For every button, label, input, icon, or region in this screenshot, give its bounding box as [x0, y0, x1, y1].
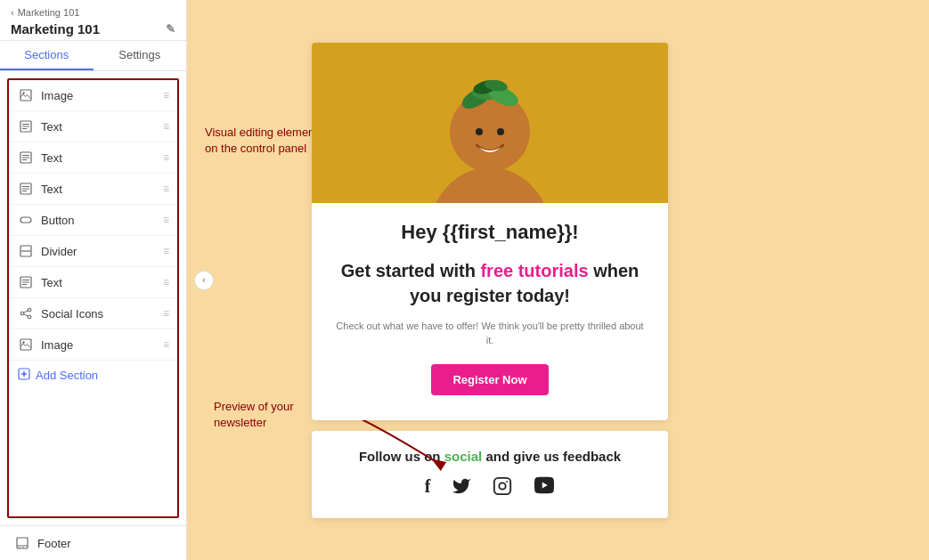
list-item[interactable]: Image ≡ [9, 329, 177, 361]
text-icon [18, 274, 34, 290]
svg-rect-14 [20, 217, 31, 223]
sidebar-header: ‹ Marketing 101 Marketing 101 ✎ [0, 0, 186, 41]
drag-handle-icon[interactable]: ≡ [163, 338, 168, 351]
svg-rect-31 [17, 538, 28, 548]
section-label: Text [41, 276, 156, 289]
follow-after: and give us feedback [482, 449, 621, 464]
sidebar-tabs: Sections Settings [0, 41, 186, 71]
section-label: Image [41, 338, 156, 352]
section-label: Divider [41, 245, 156, 258]
svg-point-21 [28, 308, 31, 312]
drag-handle-icon[interactable]: ≡ [163, 120, 168, 133]
main-area: ‹ Visual editing elements on the control… [187, 0, 929, 560]
tab-settings[interactable]: Settings [94, 41, 187, 70]
list-item[interactable]: Image ≡ [9, 80, 177, 111]
section-label: Social Icons [41, 307, 156, 321]
annotation-text-1: Visual editing elements on the control p… [205, 126, 323, 155]
section-label: Image [41, 89, 156, 102]
instagram-icon[interactable] [493, 476, 512, 500]
list-item[interactable]: Text ≡ [9, 142, 177, 174]
annotation-text-2: Preview of your newsletter [214, 400, 294, 429]
svg-point-48 [506, 481, 508, 483]
add-section-icon [18, 368, 30, 383]
svg-point-38 [450, 92, 530, 172]
drag-handle-icon[interactable]: ≡ [163, 276, 168, 288]
social-icons-row: f [333, 476, 647, 500]
promo-highlight: free tutorials [480, 261, 588, 280]
add-section-button[interactable]: Add Section [9, 361, 177, 390]
svg-line-24 [24, 311, 29, 312]
promo-line1: Get started with [341, 261, 481, 280]
list-item[interactable]: Button ≡ [9, 205, 177, 236]
back-link[interactable]: ‹ Marketing 101 [11, 7, 175, 18]
svg-point-47 [500, 483, 506, 489]
newsletter-content: Hey {{first_name}}! Get started with fre… [312, 203, 668, 420]
svg-point-23 [28, 315, 31, 319]
drag-handle-icon[interactable]: ≡ [163, 183, 168, 195]
list-item[interactable]: Social Icons ≡ [9, 298, 177, 329]
sub-text: Check out what we have to offer! We thin… [333, 319, 647, 348]
svg-point-40 [497, 128, 504, 135]
text-icon [18, 181, 34, 197]
image-icon [18, 337, 34, 353]
register-now-button[interactable]: Register Now [431, 364, 548, 395]
back-arrow-icon: ‹ [11, 7, 14, 18]
newsletter-preview: Hey {{first_name}}! Get started with fre… [312, 43, 668, 420]
twitter-icon[interactable] [452, 476, 471, 500]
image-icon [18, 87, 34, 103]
drag-handle-icon[interactable]: ≡ [163, 151, 168, 164]
add-section-label: Add Section [36, 369, 98, 382]
list-item[interactable]: Text ≡ [9, 111, 177, 142]
divider-icon [18, 243, 34, 259]
sidebar-title: Marketing 101 ✎ [11, 21, 175, 37]
edit-icon[interactable]: ✎ [166, 22, 175, 36]
svg-point-1 [22, 92, 24, 93]
drag-handle-icon[interactable]: ≡ [163, 307, 168, 320]
section-label: Text [41, 183, 156, 196]
list-item[interactable]: Divider ≡ [9, 236, 177, 267]
collapse-sidebar-button[interactable]: ‹ [194, 271, 214, 290]
promo-text: Get started with free tutorials when you… [333, 258, 647, 308]
footer-item-label: Footer [37, 537, 71, 550]
text-icon [18, 150, 34, 166]
section-label: Button [41, 214, 156, 227]
sidebar: ‹ Marketing 101 Marketing 101 ✎ Sections… [0, 0, 187, 560]
drag-handle-icon[interactable]: ≡ [163, 89, 168, 101]
tab-sections[interactable]: Sections [0, 41, 94, 70]
social-link-text[interactable]: social [444, 449, 483, 464]
drag-handle-icon[interactable]: ≡ [163, 214, 168, 226]
svg-rect-46 [494, 477, 510, 493]
sidebar-title-text: Marketing 101 [11, 21, 100, 37]
footer-icon [14, 535, 30, 551]
text-icon [18, 118, 34, 134]
svg-point-22 [20, 312, 24, 315]
greeting-text: Hey {{first_name}}! [333, 221, 647, 244]
back-link-label: Marketing 101 [18, 7, 80, 18]
section-label: Text [41, 151, 156, 165]
section-label: Text [41, 120, 156, 134]
list-item[interactable]: Text ≡ [9, 267, 177, 298]
svg-point-27 [22, 341, 24, 343]
youtube-icon[interactable] [534, 476, 555, 500]
social-icon [18, 305, 34, 321]
drag-handle-icon[interactable]: ≡ [163, 245, 168, 257]
facebook-icon[interactable]: f [425, 476, 431, 500]
svg-point-39 [476, 128, 483, 135]
newsletter-hero-image [312, 43, 668, 203]
list-item[interactable]: Text ≡ [9, 174, 177, 205]
sections-box: Image ≡ Text ≡ Text ≡ Text ≡ [7, 78, 179, 518]
button-icon [18, 212, 34, 228]
footer-item[interactable]: Footer [0, 525, 186, 560]
svg-line-25 [24, 314, 29, 316]
